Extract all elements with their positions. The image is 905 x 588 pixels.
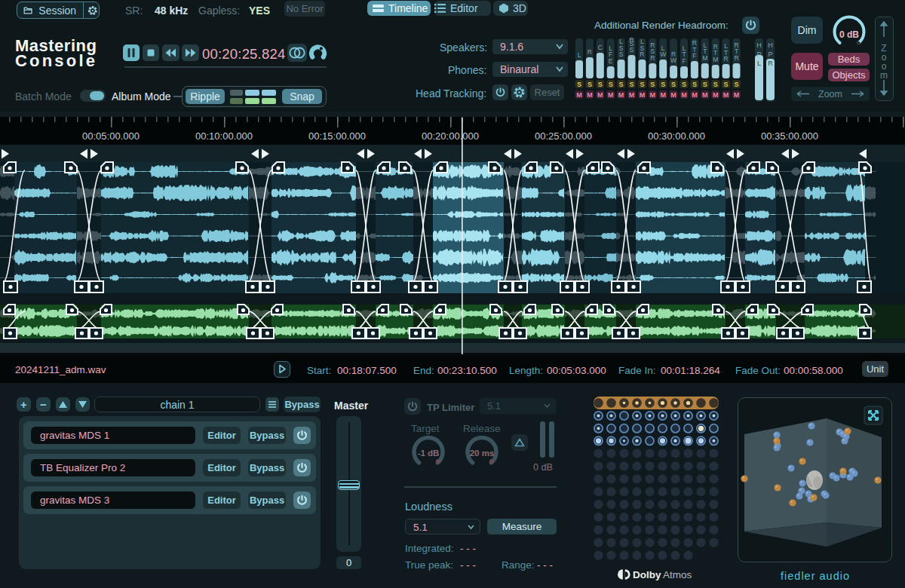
svg-text:S: S [692,81,697,88]
svg-text:m: m [880,70,888,81]
svg-text:S: S [671,81,676,88]
svg-text:M: M [723,91,729,99]
svg-text:Dolby: Dolby [633,569,661,580]
svg-text:R: R [640,51,644,58]
svg-text:L: L [578,51,581,59]
svg-text:P: P [756,51,761,58]
svg-text:R: R [734,54,738,62]
svg-text:S: S [734,81,738,88]
svg-text:S: S [713,81,718,88]
svg-text:S: S [661,81,665,88]
svg-text:S: S [619,81,624,88]
svg-text:M: M [713,91,719,99]
svg-text:L: L [757,60,761,67]
svg-text:M: M [670,91,676,99]
svg-text:F: F [682,57,686,65]
svg-text:S: S [650,81,655,88]
svg-text:R: R [724,55,729,63]
svg-text:00:35:00.000: 00:35:00.000 [761,130,818,142]
svg-text:M: M [618,91,624,99]
svg-text:M: M [608,91,614,99]
svg-text:W: W [660,51,666,58]
svg-text:Zoom: Zoom [818,89,842,100]
svg-text:00:25:00.000: 00:25:00.000 [535,130,592,142]
svg-text:20 ms: 20 ms [470,449,495,458]
svg-text:S: S [629,81,634,88]
svg-text:0 dB: 0 dB [839,29,859,40]
svg-text:R: R [768,60,773,67]
svg-text:M: M [576,91,582,99]
svg-text:R: R [587,48,592,56]
svg-text:M: M [650,91,656,99]
svg-text:M: M [597,91,603,99]
svg-text:E: E [609,57,613,65]
svg-text:M: M [587,91,593,99]
svg-text:F: F [692,52,696,60]
svg-text:00:05:00.000: 00:05:00.000 [82,130,140,142]
svg-text:M: M [692,91,698,99]
svg-text:M: M [702,54,707,62]
svg-text:S: S [598,81,603,88]
svg-text:H: H [768,41,773,49]
svg-text:M: M [734,91,740,99]
svg-text:W: W [670,57,676,64]
svg-text:M: M [640,91,646,99]
svg-text:S: S [682,81,686,88]
svg-text:-1 dB: -1 dB [418,449,440,458]
svg-text:S: S [609,81,613,88]
svg-text:S: S [724,81,729,88]
svg-text:M: M [681,91,687,99]
svg-text:S: S [703,81,707,88]
svg-text:S: S [619,51,624,58]
svg-text:S: S [587,81,592,88]
svg-text:00:20:00.000: 00:20:00.000 [422,130,479,142]
svg-text:M: M [702,91,708,99]
svg-text:P: P [768,51,772,58]
svg-text:Atmos: Atmos [663,569,692,580]
svg-text:00:15:00.000: 00:15:00.000 [308,130,366,142]
svg-text:M: M [713,56,718,63]
svg-text:H: H [756,41,762,49]
svg-text:00:10:00.000: 00:10:00.000 [195,130,253,142]
svg-text:S: S [577,81,581,88]
svg-text:S: S [630,46,634,54]
svg-text:M: M [629,91,635,99]
svg-text:C: C [598,44,603,51]
svg-text:S: S [640,81,644,88]
svg-text:00:30:00.000: 00:30:00.000 [648,130,705,142]
svg-text:M: M [660,91,666,99]
svg-text:R: R [650,54,655,62]
